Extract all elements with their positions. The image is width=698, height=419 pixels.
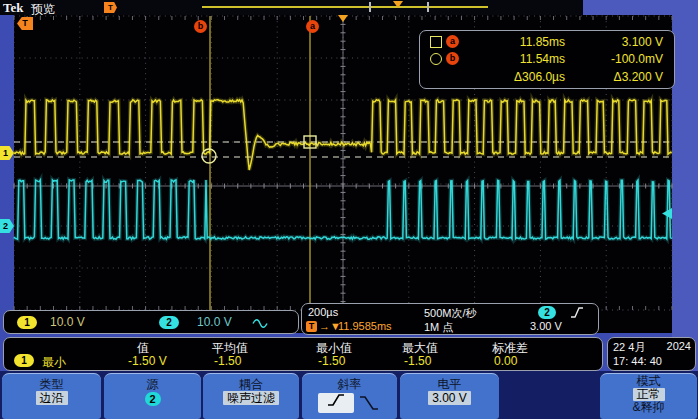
ch2-badge[interactable]: 2	[159, 316, 179, 329]
record-trigger-position-icon	[393, 1, 403, 8]
record-window-right-bracket	[427, 2, 429, 12]
record-length: 1M 点	[424, 320, 453, 335]
rising-edge-selected-icon[interactable]	[318, 393, 354, 413]
menu-source-channel-badge: 2	[145, 392, 161, 406]
cursor-delta-volt: Δ3.200 V	[560, 70, 663, 84]
year-label: 2024	[656, 340, 691, 352]
datetime-box: 22 4月 2024 17: 44: 40	[607, 337, 696, 371]
menu-type-value: 边沿	[36, 391, 68, 405]
cursor-b-time: 11.54ms	[460, 52, 565, 66]
ch1-badge[interactable]: 1	[17, 316, 37, 329]
menu-source-title: 源	[104, 377, 201, 391]
menu-coupling-title: 耦合	[203, 377, 299, 391]
sample-rate: 500M次/秒	[424, 306, 477, 321]
menu-slope-title: 斜率	[302, 377, 397, 391]
trigger-position: 11.9585ms	[338, 320, 392, 332]
trigger-level: 3.00 V	[530, 320, 562, 332]
falling-edge-icon[interactable]	[357, 393, 381, 413]
cursor-a-volt: 3.100 V	[560, 35, 663, 49]
cursor-a-time: 11.85ms	[460, 35, 565, 49]
menu-level-value: 3.00 V	[428, 391, 471, 405]
title-bar: Tek 预览 T	[0, 0, 583, 15]
top-right-frame	[583, 0, 673, 15]
measurement-bar: 值 平均值 最小值 最大值 标准差 1 最小 -1.50 V -1.50 -1.…	[3, 337, 603, 371]
trigger-t-icon: T	[306, 321, 317, 332]
cursor-delta-time: Δ306.0µs	[460, 70, 565, 84]
record-trigger-flag-icon: T	[104, 2, 117, 13]
cursor-readout-box: a 11.85ms 3.100 V b 11.54ms -100.0mV Δ30…	[419, 30, 675, 89]
menu-coupling-value: 噪声过滤	[223, 391, 279, 405]
meas-stddev: 0.00	[494, 354, 517, 368]
brand-logo: Tek	[3, 0, 23, 16]
meas-row-name: 最小	[42, 354, 66, 371]
meas-min: -1.50	[318, 354, 345, 368]
menu-mode-value2: &释抑	[600, 401, 697, 414]
menu-button-level[interactable]: 电平 3.00 V	[400, 373, 499, 419]
sine-wave-icon	[252, 318, 268, 329]
menu-button-mode[interactable]: 模式 正常 &释抑	[600, 373, 697, 419]
meas-value: -1.50 V	[128, 354, 167, 368]
cursor-b-badge: b	[446, 52, 459, 65]
ch1-scale: 10.0 V	[50, 315, 85, 329]
trigger-position-icon	[338, 15, 348, 22]
cursor-b-circle-icon	[430, 53, 442, 65]
cursor-a-flag[interactable]: a	[306, 20, 319, 33]
menu-type-title: 类型	[2, 377, 101, 391]
record-bar	[202, 6, 488, 8]
cursor-b-volt: -100.0mV	[560, 52, 663, 66]
meas-max: -1.50	[404, 354, 431, 368]
rising-edge-icon	[570, 306, 584, 319]
channel-readout-box: 1 10.0 V 2 10.0 V	[3, 310, 299, 334]
date-label: 22 4月	[613, 340, 645, 355]
meas-row-channel-badge: 1	[14, 354, 34, 367]
horizontal-readout-box: 200µs 500M次/秒 2 T →▼ 11.9585ms 1M 点 3.00…	[301, 303, 599, 335]
meas-mean: -1.50	[214, 354, 241, 368]
menu-button-type[interactable]: 类型 边沿	[2, 373, 101, 419]
timebase: 200µs	[308, 306, 338, 318]
ch2-scale: 10.0 V	[197, 315, 232, 329]
time-label: 17: 44: 40	[613, 355, 662, 367]
trigger-source-badge: 2	[538, 306, 556, 319]
menu-button-source[interactable]: 源 2	[104, 373, 201, 419]
menu-button-slope[interactable]: 斜率	[302, 373, 397, 419]
cursor-a-badge: a	[446, 35, 459, 48]
cursor-b-flag[interactable]: b	[194, 20, 207, 33]
menu-level-title: 电平	[400, 377, 499, 391]
menu-button-coupling[interactable]: 耦合 噪声过滤	[203, 373, 299, 419]
cursor-a-square-icon	[430, 36, 442, 48]
record-window-left-bracket	[369, 2, 371, 12]
